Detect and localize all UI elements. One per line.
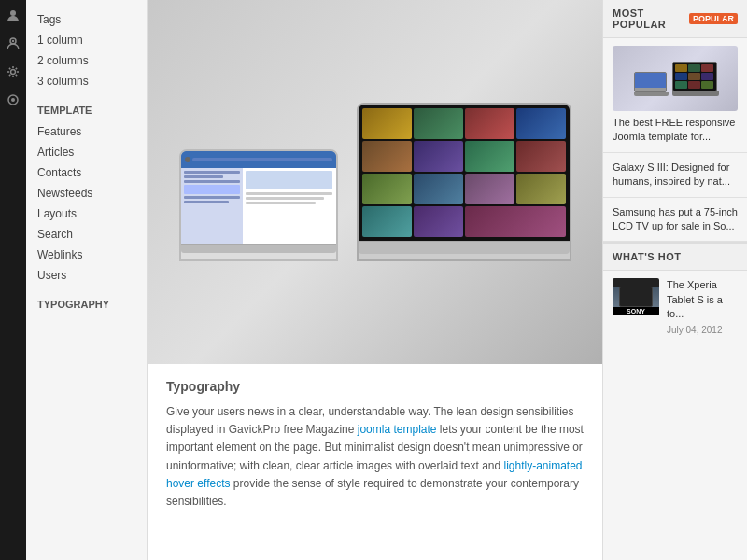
person-icon[interactable]	[2, 5, 24, 27]
svg-point-2	[12, 40, 14, 42]
svg-point-0	[10, 10, 16, 16]
circle-icon[interactable]	[2, 89, 24, 111]
popular-badge: POPULAR	[689, 13, 738, 24]
nav-sidebar: Tags 1 column 2 columns 3 columns Templa…	[26, 0, 148, 560]
most-popular-header: MOST POPULAR POPULAR	[603, 0, 747, 38]
popular-card-1[interactable]: Galaxy S III: Designed for humans, inspi…	[603, 153, 747, 198]
popular-card-0[interactable]: The best FREE responsive Joomla template…	[603, 38, 747, 153]
icon-sidebar	[0, 0, 26, 560]
nav-newsfeeds[interactable]: Newsfeeds	[37, 183, 135, 203]
person2-icon[interactable]	[2, 33, 24, 55]
laptop-right	[357, 103, 571, 261]
whats-hot-header: WHAT'S HOT	[603, 242, 747, 271]
nav-search[interactable]: Search	[37, 224, 135, 245]
laptop-left-wrapper	[179, 149, 338, 261]
hot-card-0-date: July 04, 2012	[667, 325, 738, 335]
svg-point-5	[11, 98, 15, 102]
laptop-right-wrapper	[357, 103, 571, 261]
nav-2col[interactable]: 2 columns	[37, 50, 135, 71]
main-content: Typography Give your users news in a cle…	[148, 0, 602, 560]
nav-contacts[interactable]: Contacts	[37, 162, 135, 183]
template-section-title: Template	[37, 105, 135, 116]
sony-label: SONY	[613, 307, 659, 315]
popular-card-1-title: Galaxy S III: Designed for humans, inspi…	[613, 161, 738, 189]
nav-3col[interactable]: 3 columns	[37, 71, 135, 91]
nav-tags[interactable]: Tags	[37, 9, 135, 30]
settings-icon[interactable]	[2, 61, 24, 83]
nav-layouts[interactable]: Layouts	[37, 203, 135, 224]
typography-section: Typography Give your users news in a cle…	[148, 364, 602, 525]
nav-1col[interactable]: 1 column	[37, 30, 135, 50]
joomla-template-link[interactable]: joomla template	[358, 423, 437, 436]
typography-section-title: Typography	[37, 299, 135, 310]
laptop-left	[179, 149, 338, 261]
nav-features[interactable]: Features	[37, 121, 135, 142]
popular-card-2-title: Samsung has put a 75-inch LCD TV up for …	[613, 205, 738, 234]
hot-card-0-image: SONY	[613, 278, 659, 315]
hot-card-0-text: The Xperia Tablet S is a to... July 04, …	[667, 278, 738, 334]
popular-card-0-image	[613, 46, 738, 111]
popular-card-2[interactable]: Samsung has put a 75-inch LCD TV up for …	[603, 198, 747, 243]
nav-articles[interactable]: Articles	[37, 142, 135, 162]
popular-card-0-title: The best FREE responsive Joomla template…	[613, 116, 738, 145]
nav-weblinks[interactable]: Weblinks	[37, 245, 135, 265]
whats-hot-title: WHAT'S HOT	[613, 251, 681, 262]
hero-image	[148, 0, 602, 364]
hot-card-0-title: The Xperia Tablet S is a to...	[667, 278, 738, 321]
right-sidebar: MOST POPULAR POPULAR	[602, 0, 747, 560]
svg-point-3	[11, 70, 16, 75]
most-popular-title: MOST POPULAR	[613, 7, 684, 30]
typography-title: Typography	[166, 379, 584, 394]
nav-users[interactable]: Users	[37, 265, 135, 286]
body-paragraph: Give your users news in a clear, underst…	[166, 403, 584, 511]
hot-card-0[interactable]: SONY The Xperia Tablet S is a to... July…	[603, 271, 747, 343]
